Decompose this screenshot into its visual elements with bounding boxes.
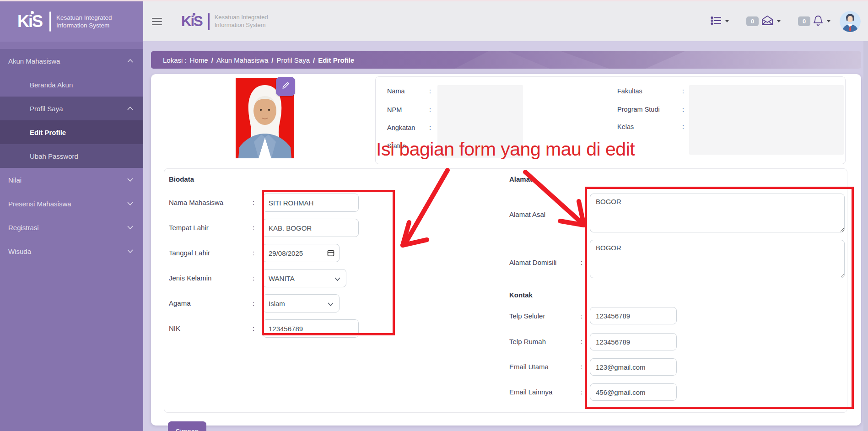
alamat-heading: Alamat [509, 175, 532, 183]
edit-photo-button[interactable] [276, 77, 295, 96]
summary-label-program-studi: Program Studi [617, 106, 660, 113]
breadcrumb-separator: / [313, 56, 315, 64]
input-tempat-lahir[interactable] [263, 219, 359, 237]
chevron-up-icon [127, 107, 133, 110]
page: KiS Kesatuan Integrated Information Syst… [0, 0, 868, 431]
sidebar-item-label: Ubah Password [30, 152, 78, 160]
textarea-alamat-domisili[interactable]: BOGOR [590, 240, 845, 278]
top-header-bar: KiS Kesatuan Integrated Information Syst… [143, 1, 868, 41]
breadcrumb-link-home[interactable]: Home [190, 56, 208, 64]
selected-value: Islam [269, 300, 285, 307]
edit-profile-form-panel: Biodata Nama Mahasiswa : Tempat Lahir : … [164, 168, 847, 413]
messages-count-badge: 0 [746, 16, 759, 26]
colon: : [581, 338, 582, 345]
brand-line1: Kesatuan Integrated [215, 14, 268, 22]
colon: : [682, 87, 684, 95]
mail-icon [761, 15, 774, 28]
profile-summary-panel: Nama NPM Angkatan Status : : : : Fakulta… [375, 76, 846, 164]
input-nik[interactable] [263, 319, 359, 338]
colon: : [581, 363, 582, 371]
colon: : [253, 249, 254, 257]
sidebar-item-presensi-mahasiswa[interactable]: Presensi Mahasiswa [0, 192, 143, 216]
hamburger-menu-icon[interactable] [152, 18, 162, 25]
label-agama: Agama [169, 299, 191, 307]
sidebar-item-nilai[interactable]: Nilai [0, 168, 143, 192]
caret-down-icon [777, 20, 781, 22]
breadcrumb-separator: / [271, 56, 273, 64]
sidebar-item-ubah-password[interactable]: Ubah Password [0, 144, 143, 168]
sidebar-menu: Akun Mahasiswa Beranda Akun Profil Saya … [0, 42, 143, 263]
sidebar-item-registrasi[interactable]: Registrasi [0, 216, 143, 239]
caret-down-icon [827, 20, 830, 22]
colon: : [253, 274, 254, 282]
summary-label-status: Status [387, 142, 406, 150]
selected-value: WANITA [269, 275, 295, 282]
colon: : [253, 224, 254, 232]
simpan-button[interactable]: Simpan [168, 421, 206, 431]
sidebar-item-wisuda[interactable]: Wisuda [0, 239, 143, 263]
sidebar-item-label: Akun Mahasiswa [8, 57, 60, 65]
kis-logo: KiS [17, 12, 49, 31]
summary-label-nama: Nama [387, 87, 405, 95]
sidebar-item-beranda-akun[interactable]: Beranda Akun [0, 73, 143, 97]
brand-divider [208, 13, 210, 30]
sidebar-brand: KiS Kesatuan Integrated Information Syst… [0, 1, 143, 42]
label-tempat-lahir: Tempat Lahir [169, 224, 209, 232]
breadcrumb-current: Edit Profile [318, 56, 354, 64]
colon: : [429, 87, 431, 95]
brand-line2: Information System [56, 22, 112, 29]
label-alamat-domisili: Alamat Domisili [509, 259, 556, 266]
input-telp-rumah[interactable] [590, 333, 677, 350]
colon: : [429, 106, 431, 113]
task-list-icon [710, 16, 722, 27]
breadcrumb-decoration [554, 51, 691, 69]
colon: : [253, 324, 254, 332]
input-nama-mahasiswa[interactable] [263, 194, 359, 212]
sidebar-item-label: Nilai [8, 176, 22, 184]
breadcrumb-decoration [444, 51, 563, 69]
chevron-down-icon [127, 202, 133, 205]
header-brand: KiS Kesatuan Integrated Information Syst… [181, 13, 268, 30]
input-email-utama[interactable] [590, 358, 677, 376]
label-nama-mahasiswa: Nama Mahasiswa [169, 199, 223, 206]
sidebar-item-akun-mahasiswa[interactable]: Akun Mahasiswa [0, 49, 143, 73]
biodata-heading: Biodata [169, 175, 194, 183]
label-alamat-asal: Alamat Asal [509, 210, 545, 218]
profile-card: Nama NPM Angkatan Status : : : : Fakulta… [151, 74, 861, 426]
select-agama[interactable]: Islam [263, 294, 340, 312]
input-telp-seluler[interactable] [590, 307, 677, 324]
textarea-alamat-asal[interactable]: BOGOR [590, 194, 845, 232]
input-email-lainnya[interactable] [590, 383, 677, 401]
user-avatar[interactable] [840, 11, 861, 32]
brand-divider [49, 11, 51, 32]
breadcrumb-link-akun-mahasiswa[interactable]: Akun Mahasiswa [216, 56, 268, 64]
summary-label-npm: NPM [387, 106, 402, 113]
sidebar-item-profil-saya[interactable]: Profil Saya [0, 97, 143, 120]
calendar-icon[interactable] [327, 249, 334, 259]
vertical-scrollbar[interactable] [863, 41, 868, 431]
label-email-utama: Email Utama [509, 363, 549, 371]
colon: : [682, 106, 684, 113]
sidebar-item-edit-profile[interactable]: Edit Profile [0, 120, 143, 144]
select-jenis-kelamin[interactable]: WANITA [263, 269, 346, 287]
messages-dropdown[interactable]: 0 [746, 15, 781, 28]
colon: : [581, 388, 582, 396]
breadcrumb-link-profil-saya[interactable]: Profil Saya [276, 56, 310, 64]
chevron-down-icon [127, 226, 133, 229]
colon: : [581, 259, 582, 266]
notifications-dropdown[interactable]: 0 [798, 15, 830, 28]
chevron-down-icon [127, 178, 133, 182]
label-nik: NIK [169, 324, 180, 332]
task-list-dropdown[interactable] [710, 16, 729, 27]
breadcrumb-separator: / [211, 56, 213, 64]
summary-label-kelas: Kelas [617, 123, 634, 130]
input-tanggal-lahir[interactable] [263, 244, 340, 262]
colon: : [429, 142, 431, 150]
colon: : [253, 299, 254, 307]
colon: : [253, 199, 254, 206]
kis-logo: KiS [181, 13, 208, 30]
label-jenis-kelamin: Jenis Kelamin [169, 274, 211, 282]
sidebar-item-label: Beranda Akun [30, 81, 73, 89]
logo-dot [193, 13, 195, 16]
brand-line1: Kesatuan Integrated [56, 14, 112, 22]
